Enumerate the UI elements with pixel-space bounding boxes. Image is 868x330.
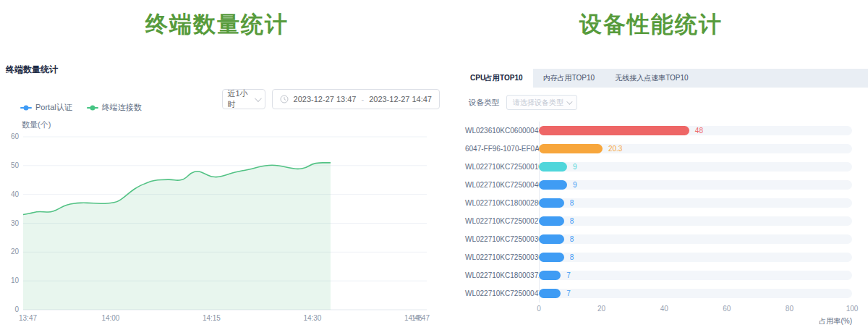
bar-row: WL022710KC7250002728 bbox=[465, 212, 852, 230]
y-tick-label: 40 bbox=[11, 190, 20, 198]
terminal-stats-section: 终端数量统计 终端数量统计 近1小时 2023-12-27 13:47 - 20… bbox=[0, 0, 434, 330]
bar-row: WL022710KC7250003078 bbox=[465, 230, 852, 248]
bar-row: WL022710KC180003727 bbox=[465, 266, 852, 284]
time-range-select[interactable]: 近1小时 bbox=[222, 89, 265, 109]
x-tick-label: 40 bbox=[660, 305, 668, 313]
x-tick-label: 80 bbox=[786, 305, 793, 313]
bar-row: WL023610KC0600004348 bbox=[465, 122, 852, 140]
device-type-label: 设备类型 bbox=[469, 98, 499, 108]
bar-category-label: 6047-FF96-1070-EF0A bbox=[465, 145, 530, 153]
x-tick-label: 20 bbox=[597, 305, 605, 313]
date-range-start: 2023-12-27 13:47 bbox=[294, 95, 357, 103]
bar-value-label: 9 bbox=[573, 180, 577, 190]
x-tick-label: 13:47 bbox=[19, 314, 37, 322]
x-tick-label: 14:47 bbox=[412, 314, 430, 322]
bar[interactable] bbox=[539, 271, 561, 280]
y-tick-label: 60 bbox=[11, 132, 20, 140]
device-type-select[interactable]: 请选择设备类型 bbox=[506, 95, 577, 110]
y-tick-label: 50 bbox=[11, 161, 20, 169]
bar-category-label: WL022710KC725000409 bbox=[465, 181, 530, 189]
dashboard-page: 终端数量统计 终端数量统计 近1小时 2023-12-27 13:47 - 20… bbox=[0, 0, 868, 330]
bar[interactable] bbox=[539, 253, 564, 262]
bar-track: 8 bbox=[539, 234, 852, 244]
bar-category-label: WL022710KC725000369 bbox=[465, 253, 530, 261]
bar-value-label: 8 bbox=[570, 234, 574, 244]
bar-track: 9 bbox=[539, 162, 852, 172]
bar-value-label: 9 bbox=[573, 162, 577, 172]
y-tick-label: 30 bbox=[11, 219, 20, 227]
legend-label: Portal认证 bbox=[35, 102, 72, 113]
bar-value-label: 20.3 bbox=[608, 144, 622, 153]
x-tick-label: 14:00 bbox=[101, 314, 119, 322]
bar[interactable] bbox=[539, 198, 564, 208]
chevron-down-icon bbox=[255, 95, 262, 102]
series-area bbox=[23, 163, 331, 310]
bar[interactable] bbox=[539, 126, 689, 135]
bar-track: 8 bbox=[539, 198, 852, 208]
bar-category-label: WL022710KC18000372 bbox=[465, 271, 530, 279]
y-axis-label: 数量(个) bbox=[22, 120, 51, 129]
device-stats-section: 设备性能统计 CPU占用TOP10内存占用TOP10无线接入点速率TOP10 设… bbox=[434, 0, 868, 330]
device-type-placeholder: 请选择设备类型 bbox=[513, 98, 563, 108]
x-tick-label: 0 bbox=[537, 305, 541, 313]
legend-item[interactable]: 终端连接数 bbox=[87, 102, 142, 113]
chevron-down-icon bbox=[566, 98, 572, 104]
terminal-chart-controls: 近1小时 2023-12-27 13:47 - 2023-12-27 14:47 bbox=[222, 89, 440, 109]
x-tick-label: 14:30 bbox=[303, 314, 321, 322]
tab-CPU占用TOP10[interactable]: CPU占用TOP10 bbox=[460, 69, 533, 88]
bar-value-label: 8 bbox=[570, 253, 574, 262]
device-type-filter: 设备类型 请选择设备类型 bbox=[469, 95, 577, 110]
bar-category-label: WL023610KC06000043 bbox=[465, 127, 530, 135]
bar-track: 20.3 bbox=[539, 144, 852, 153]
y-tick-label: 0 bbox=[14, 305, 19, 313]
tab-内存占用TOP10[interactable]: 内存占用TOP10 bbox=[533, 69, 605, 88]
terminal-count-area-chart: 数量(个)010203040506013:4714:0014:1514:3014… bbox=[1, 117, 433, 329]
bar-value-label: 8 bbox=[570, 216, 574, 226]
terminal-panel-title: 终端数量统计 bbox=[6, 64, 58, 76]
date-range-picker[interactable]: 2023-12-27 13:47 - 2023-12-27 14:47 bbox=[272, 89, 440, 109]
bar-row: WL022710KC7250004707 bbox=[465, 284, 852, 302]
bar-chart-x-axis: 020406080100 bbox=[539, 305, 852, 314]
bar-track: 48 bbox=[539, 126, 852, 135]
legend-item[interactable]: Portal认证 bbox=[20, 102, 72, 113]
bar[interactable] bbox=[539, 180, 567, 190]
chart-legend: Portal认证终端连接数 bbox=[20, 102, 142, 113]
bar-category-label: WL022710KC725000470 bbox=[465, 289, 530, 297]
bar-track: 7 bbox=[539, 289, 852, 298]
cpu-top10-bar-chart: WL023610KC06000043486047-FF96-1070-EF0A2… bbox=[465, 122, 852, 326]
bar[interactable] bbox=[539, 234, 564, 244]
bar[interactable] bbox=[539, 144, 603, 153]
bar[interactable] bbox=[539, 162, 567, 172]
bar-row: WL022710KC180002808 bbox=[465, 194, 852, 212]
legend-line-dot-icon bbox=[20, 107, 32, 109]
terminal-section-title: 终端数量统计 bbox=[0, 9, 434, 40]
date-range-end: 2023-12-27 14:47 bbox=[369, 95, 432, 103]
bar-chart-x-axis-label: 占用率(%) bbox=[465, 316, 852, 326]
legend-label: 终端连接数 bbox=[102, 102, 142, 113]
tab-无线接入点速率TOP10[interactable]: 无线接入点速率TOP10 bbox=[605, 69, 699, 88]
y-tick-label: 10 bbox=[11, 276, 20, 284]
bar-track: 8 bbox=[539, 253, 852, 262]
bar-value-label: 7 bbox=[566, 271, 571, 280]
bar[interactable] bbox=[539, 216, 564, 226]
bar-row: WL022710KC7250001029 bbox=[465, 158, 852, 176]
x-tick-label: 100 bbox=[846, 305, 859, 313]
bar-category-label: WL022710KC725000102 bbox=[465, 163, 530, 171]
bar-row: WL022710KC7250003698 bbox=[465, 248, 852, 266]
clock-icon bbox=[280, 95, 289, 103]
bar-category-label: WL022710KC18000280 bbox=[465, 199, 530, 207]
bar-category-label: WL022710KC725000307 bbox=[465, 235, 530, 243]
bar-track: 7 bbox=[539, 271, 852, 280]
bar-value-label: 8 bbox=[570, 198, 574, 208]
x-tick-label: 60 bbox=[723, 305, 731, 313]
bar-track: 8 bbox=[539, 216, 852, 226]
bar[interactable] bbox=[539, 289, 561, 298]
device-tabs: CPU占用TOP10内存占用TOP10无线接入点速率TOP10 bbox=[460, 69, 868, 88]
date-range-separator: - bbox=[361, 95, 364, 103]
device-section-title: 设备性能统计 bbox=[434, 9, 868, 40]
bar-row: 6047-FF96-1070-EF0A20.3 bbox=[465, 140, 852, 158]
x-tick-label: 14:15 bbox=[203, 314, 221, 322]
bar-category-label: WL022710KC725000272 bbox=[465, 217, 530, 225]
bar-value-label: 48 bbox=[695, 126, 703, 135]
bar-rows: WL023610KC06000043486047-FF96-1070-EF0A2… bbox=[465, 122, 852, 302]
